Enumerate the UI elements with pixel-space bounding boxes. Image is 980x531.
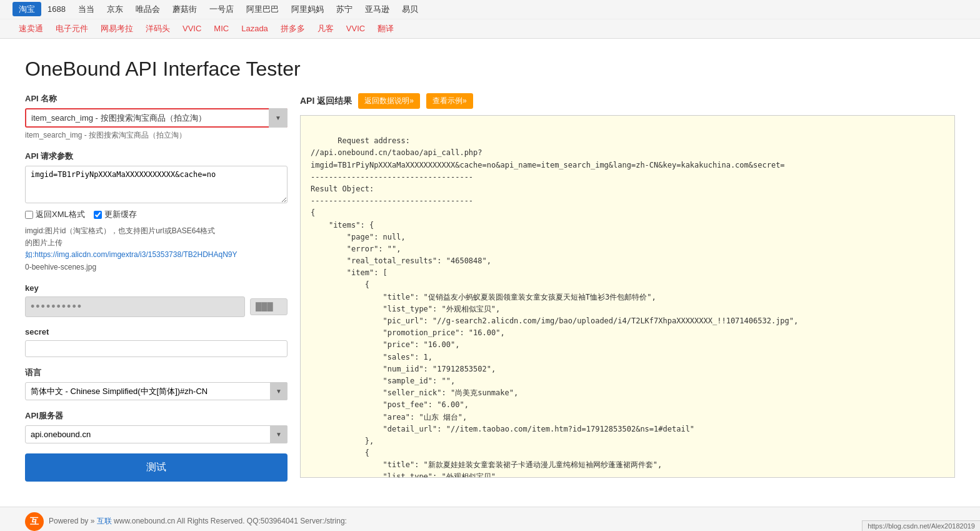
right-panel: API 返回结果 返回数据说明» 查看示例» Request address: … (300, 93, 955, 482)
top-navigation: 淘宝1688当当京东唯品会蘑菇街一号店阿里巴巴阿里妈妈苏宁亚马逊易贝 速卖通电子… (0, 0, 980, 39)
nav-item-易贝[interactable]: 易贝 (396, 2, 424, 16)
result-content: Request address: //api.onebound.cn/taoba… (311, 136, 798, 478)
nav-item-阿里妈妈[interactable]: 阿里妈妈 (285, 2, 330, 16)
nav-item-网易考拉[interactable]: 网易考拉 (94, 21, 139, 36)
footer-icon: 互 (25, 512, 44, 531)
nav-item-1688[interactable]: 1688 (41, 2, 72, 16)
nav-row-1-items: 淘宝1688当当京东唯品会蘑菇街一号店阿里巴巴阿里妈妈苏宁亚马逊易贝 (12, 4, 424, 15)
server-label: API服务器 (25, 410, 288, 422)
param-desc-link[interactable]: 如:https://img.alicdn.com/imgextra/i3/153… (25, 250, 238, 259)
footer: 互 Powered by » 互联 www.onebound.cn All Ri… (0, 507, 980, 531)
key-input[interactable] (25, 296, 245, 317)
footer-link[interactable]: 互联 (97, 517, 112, 525)
param-desc-line1: imgid:图片id（淘宝格式），也支持图片url或BASE64格式 (25, 226, 215, 235)
page-title-area: OneBound API Interface Tester (0, 39, 980, 93)
cache-checkbox-label[interactable]: 更新缓存 (94, 209, 137, 220)
secret-input[interactable] (25, 340, 288, 357)
nav-item-蘑菇街[interactable]: 蘑菇街 (166, 2, 203, 16)
nav-row-1: 淘宝1688当当京东唯品会蘑菇街一号店阿里巴巴阿里妈妈苏宁亚马逊易贝 (0, 0, 980, 19)
api-hint: item_search_img - 按图搜索淘宝商品（拍立淘） (25, 130, 288, 141)
xml-checkbox-label[interactable]: 返回XML格式 (25, 209, 85, 220)
key-label: key (25, 283, 288, 293)
footer-powered: Powered by » 互联 www.onebound.cn All Righ… (49, 516, 347, 527)
cache-checkbox-text: 更新缓存 (104, 209, 137, 220)
nav-item-凡客[interactable]: 凡客 (311, 21, 340, 36)
nav-item-一号店[interactable]: 一号店 (203, 2, 240, 16)
nav-item-速卖通[interactable]: 速卖通 (12, 21, 49, 36)
nav-item-唯品会[interactable]: 唯品会 (129, 2, 166, 16)
left-panel: API 名称 item_search_img - 按图搜索淘宝商品（拍立淘） ▼… (25, 93, 288, 482)
api-select[interactable]: item_search_img - 按图搜索淘宝商品（拍立淘） (25, 108, 288, 128)
nav-item-亚马逊[interactable]: 亚马逊 (359, 2, 396, 16)
nav-item-翻译[interactable]: 翻译 (371, 21, 400, 36)
nav-item-VVIC[interactable]: VVIC (340, 21, 371, 36)
result-title: API 返回结果 (300, 96, 352, 107)
server-select-wrapper: api.onebound.cn ▼ (25, 425, 288, 443)
nav-item-拼多多[interactable]: 拼多多 (274, 21, 311, 36)
xml-checkbox-text: 返回XML格式 (36, 209, 85, 220)
nav-item-MIC[interactable]: MIC (208, 21, 235, 36)
return-data-button[interactable]: 返回数据说明» (358, 93, 420, 109)
nav-row-2-items: 速卖通电子元件网易考拉洋码头VVICMICLazada拼多多凡客VVIC翻译 (12, 23, 400, 34)
checkbox-row: 返回XML格式 更新缓存 (25, 209, 288, 220)
nav-item-洋码头[interactable]: 洋码头 (139, 21, 176, 36)
lang-label: 语言 (25, 367, 288, 378)
footer-text: www.onebound.cn All Rights Reserved. QQ:… (114, 517, 347, 525)
status-bar: https://blog.csdn.net/Alex20182019 (862, 520, 980, 531)
view-example-button[interactable]: 查看示例» (426, 93, 473, 109)
api-select-wrapper: item_search_img - 按图搜索淘宝商品（拍立淘） ▼ (25, 108, 288, 128)
lang-select-wrapper: 简体中文 - Chinese Simplified(中文[简体])#zh-CN … (25, 382, 288, 400)
nav-item-淘宝[interactable]: 淘宝 (12, 2, 41, 16)
result-box[interactable]: Request address: //api.onebound.cn/taoba… (300, 115, 955, 478)
key-extra-input[interactable] (250, 298, 288, 315)
nav-item-VVIC[interactable]: VVIC (176, 21, 208, 36)
key-input-row (25, 296, 288, 317)
nav-item-京东[interactable]: 京东 (101, 2, 129, 16)
test-button[interactable]: 测试 (25, 453, 288, 482)
params-label: API 请求参数 (25, 151, 288, 162)
cache-checkbox[interactable] (94, 211, 102, 219)
nav-row-2: 速卖通电子元件网易考拉洋码头VVICMICLazada拼多多凡客VVIC翻译 (0, 19, 980, 38)
status-url: https://blog.csdn.net/Alex20182019 (868, 522, 975, 530)
nav-item-阿里巴巴[interactable]: 阿里巴巴 (240, 2, 285, 16)
nav-item-苏宁[interactable]: 苏宁 (330, 2, 359, 16)
nav-item-当当[interactable]: 当当 (72, 2, 101, 16)
param-desc-file: 0-beehive-scenes.jpg (25, 263, 96, 271)
params-textarea[interactable]: imgid=TB1rPiyNpXXXaMaXXXXXXXXXXX&cache=n… (25, 166, 288, 203)
lang-select[interactable]: 简体中文 - Chinese Simplified(中文[简体])#zh-CN (25, 382, 288, 400)
param-description: imgid:图片id（淘宝格式），也支持图片url或BASE64格式 的图片上传… (25, 225, 288, 273)
nav-item-Lazada[interactable]: Lazada (235, 21, 274, 36)
main-content: API 名称 item_search_img - 按图搜索淘宝商品（拍立淘） ▼… (0, 93, 980, 507)
page-title: OneBound API Interface Tester (25, 58, 955, 81)
server-select[interactable]: api.onebound.cn (25, 425, 288, 443)
xml-checkbox[interactable] (25, 211, 33, 219)
api-name-label: API 名称 (25, 93, 288, 104)
result-header: API 返回结果 返回数据说明» 查看示例» (300, 93, 955, 109)
param-desc-line2: 的图片上传 (25, 238, 62, 247)
nav-item-电子元件[interactable]: 电子元件 (49, 21, 94, 36)
secret-label: secret (25, 327, 288, 336)
